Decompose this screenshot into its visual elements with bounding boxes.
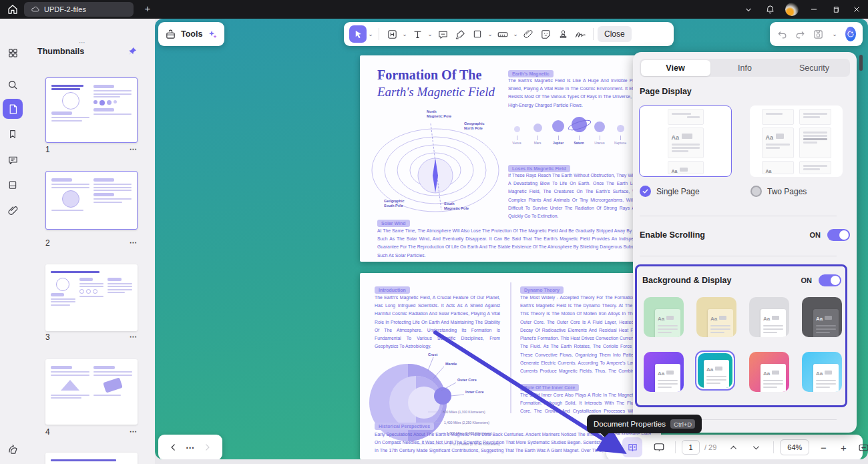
panel-scrollbar-thumb[interactable]: [859, 55, 863, 71]
chevron-down-icon[interactable]: ⌄: [511, 31, 519, 37]
sticker-tool-button[interactable]: [537, 25, 554, 43]
document-tab[interactable]: UPDF-2-files: [24, 2, 134, 17]
background-theme-light[interactable]: Aa: [749, 297, 789, 337]
page-flip-icon[interactable]: [3, 439, 23, 459]
tooltip-shortcut: Ctrl+D: [670, 419, 695, 429]
crust-label: Crust: [428, 353, 438, 357]
more-actions-button[interactable]: ⋯: [186, 443, 195, 453]
zoom-out-button[interactable]: −: [813, 437, 833, 457]
tab-security[interactable]: Security: [780, 60, 849, 76]
thumbnail-page-5[interactable]: [45, 453, 138, 464]
text-tool-button[interactable]: [409, 25, 426, 43]
bookmarks-icon[interactable]: [3, 124, 23, 144]
pin-icon[interactable]: [127, 46, 138, 57]
chevron-down-icon[interactable]: ⌄: [426, 31, 434, 37]
paragraph: The Earth's Magnetic Field Is Like A Hug…: [508, 77, 650, 109]
two-pages-radio-row[interactable]: Two Pages: [750, 186, 807, 197]
planets-diagram: Venus Mars Jupiter Saturn Uranus Neptune: [509, 117, 628, 145]
thumbnail-more-button[interactable]: ⋯: [130, 238, 138, 249]
tab-info[interactable]: Info: [710, 60, 780, 76]
page-number: 4: [45, 427, 50, 438]
attachment-tool-button[interactable]: [519, 25, 537, 43]
save-icon[interactable]: [813, 29, 824, 40]
background-theme-teal-selected[interactable]: Aa: [695, 351, 735, 391]
attachments-paperclip-icon[interactable]: [3, 200, 23, 220]
document-properties-button[interactable]: [622, 437, 642, 457]
back-icon[interactable]: [169, 443, 178, 452]
previous-page-chevron-up[interactable]: [722, 437, 744, 457]
svg-text:Magnetic Pole: Magnetic Pole: [427, 114, 451, 118]
section-badge: Role Of The Inner Core: [520, 384, 579, 391]
background-theme-purple[interactable]: Aa: [644, 352, 684, 392]
doc-title-line2: Earth's Magnetic Field: [377, 85, 495, 99]
comments-icon[interactable]: [3, 150, 23, 170]
thumbnail-page-3[interactable]: [45, 264, 138, 331]
shape-tool-button[interactable]: [469, 25, 486, 43]
chevron-down-icon[interactable]: ⌄: [367, 31, 375, 37]
background-theme-blue[interactable]: Aa: [802, 352, 842, 392]
close-toolbar-button[interactable]: Close: [598, 26, 632, 42]
home-icon[interactable]: [7, 3, 19, 15]
search-icon[interactable]: [3, 75, 23, 95]
tab-view[interactable]: View: [641, 60, 710, 76]
scrolling-state-label: ON: [810, 231, 821, 239]
minimize-button[interactable]: [808, 3, 820, 15]
close-window-button[interactable]: [851, 3, 863, 15]
heading-tool-button[interactable]: [383, 25, 401, 43]
background-theme-pink[interactable]: Aa: [749, 352, 789, 392]
next-page-chevron-down[interactable]: [744, 437, 767, 457]
two-pages-option-card[interactable]: Aa Aa: [750, 105, 843, 177]
user-avatar[interactable]: [785, 3, 799, 16]
forward-icon[interactable]: [202, 443, 212, 452]
view-settings-panel: View Info Security Page Display Aa Aa Aa…: [633, 52, 857, 433]
select-tool-button[interactable]: [349, 25, 367, 43]
measure-tool-button[interactable]: [494, 25, 511, 43]
page-number-input[interactable]: 1: [682, 440, 700, 455]
chevron-down-icon[interactable]: [742, 3, 754, 15]
thumbnail-more-button[interactable]: ⋯: [130, 332, 138, 343]
viewer-bottom-toolbar: 1 / 29 64% − +: [606, 435, 863, 459]
highlighter-tool-button[interactable]: [451, 25, 469, 43]
presentation-mode-button[interactable]: [649, 437, 669, 457]
page-edit-icon[interactable]: [3, 175, 23, 195]
chevron-down-icon[interactable]: ⌄: [401, 31, 409, 37]
background-theme-dark[interactable]: Aa: [802, 297, 842, 337]
background-theme-green[interactable]: Aa: [644, 297, 684, 337]
app-grid-icon[interactable]: [3, 43, 23, 63]
signature-tool-button[interactable]: [572, 25, 589, 43]
thumbnails-panel-icon[interactable]: [3, 99, 23, 119]
background-display-toggle[interactable]: [819, 274, 841, 286]
comment-tool-button[interactable]: [434, 25, 451, 43]
redo-icon[interactable]: [795, 29, 806, 40]
paragraph: The Most Widely - Accepted Theory For Th…: [520, 294, 651, 377]
svg-text:Geographic: Geographic: [464, 122, 485, 126]
background-theme-sepia[interactable]: Aa: [696, 297, 736, 337]
thumbnail-page-2[interactable]: [45, 171, 138, 230]
document-properties-tooltip: Document Properties Ctrl+D: [587, 415, 702, 433]
panel-drag-handle[interactable]: ⋯: [79, 39, 87, 46]
undo-icon[interactable]: [777, 29, 788, 40]
single-page-radio-row[interactable]: Single Page: [640, 186, 700, 197]
two-pages-label: Two Pages: [767, 187, 807, 196]
zoom-in-button[interactable]: +: [833, 437, 853, 457]
enable-scrolling-toggle[interactable]: [827, 229, 850, 241]
maximize-button[interactable]: [829, 3, 841, 15]
new-tab-button[interactable]: +: [140, 1, 155, 16]
stamp-tool-button[interactable]: [554, 25, 572, 43]
radio-checked-icon[interactable]: [640, 186, 651, 197]
thumbnail-page-1[interactable]: [45, 77, 138, 143]
single-page-option-card[interactable]: Aa Aa: [639, 105, 732, 177]
tools-button[interactable]: Tools: [158, 22, 224, 46]
thumbnail-more-button[interactable]: ⋯: [130, 427, 138, 438]
thumbnail-page-4[interactable]: [45, 359, 138, 425]
zoom-level-input[interactable]: 64%: [780, 439, 809, 455]
ai-assistant-button[interactable]: [845, 27, 856, 41]
chevron-down-icon[interactable]: ⌄: [486, 31, 494, 37]
thumbnail-more-button[interactable]: ⋯: [130, 145, 138, 156]
page-number: 3: [45, 332, 50, 343]
fit-width-button[interactable]: [853, 437, 868, 457]
radio-unchecked-icon[interactable]: [750, 186, 762, 197]
chevron-down-icon[interactable]: ⌄: [831, 31, 839, 37]
notifications-bell-icon[interactable]: [764, 3, 776, 15]
background-display-row: Background & Display ON: [642, 274, 841, 286]
